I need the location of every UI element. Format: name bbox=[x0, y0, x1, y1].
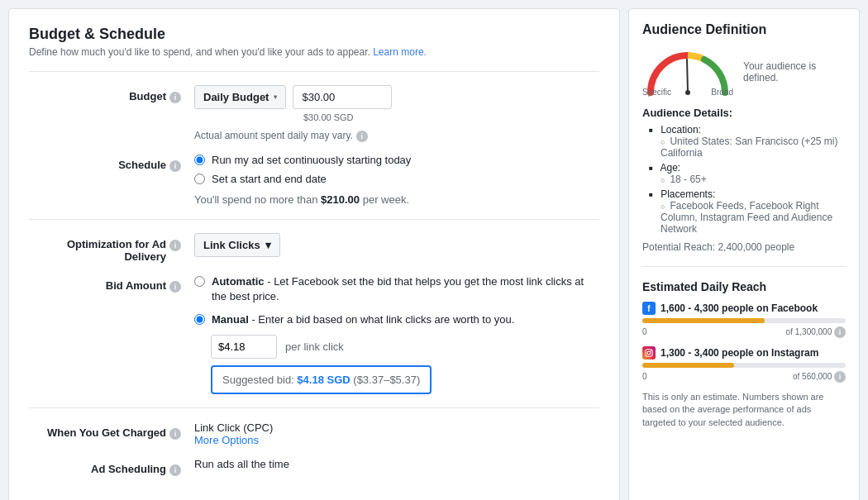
estimate-note: This is only an estimate. Numbers shown … bbox=[642, 391, 846, 429]
instagram-range-row: 0 of 560,000 i bbox=[642, 369, 846, 383]
page-title: Budget & Schedule bbox=[29, 26, 599, 43]
weekly-note: You'll spend no more than $210.00 per we… bbox=[194, 193, 599, 206]
optimization-label: Optimization for Ad Delivery i bbox=[29, 233, 194, 263]
suggested-bid-amount: $4.18 SGD bbox=[297, 374, 350, 386]
when-charged-row: When You Get Charged i Link Click (CPC) … bbox=[29, 421, 599, 446]
facebook-reach-label: f 1,600 - 4,300 people on Facebook bbox=[642, 302, 846, 315]
optimization-row: Optimization for Ad Delivery i Link Clic… bbox=[29, 233, 599, 263]
bid-radio-manual[interactable] bbox=[194, 314, 205, 325]
instagram-reach-label: 1,300 - 3,400 people on Instagram bbox=[642, 346, 846, 360]
schedule-content: Run my ad set continuously starting toda… bbox=[194, 154, 599, 206]
sgd-note: $30.00 SGD bbox=[303, 112, 599, 122]
dropdown-arrow-icon: ▾ bbox=[274, 93, 277, 101]
divider-3 bbox=[29, 407, 599, 408]
age-detail: 18 - 65+ bbox=[661, 174, 846, 185]
optimization-info-icon: i bbox=[169, 240, 181, 251]
when-charged-info-icon: i bbox=[169, 428, 181, 440]
gauge-section: Specific Broad Your audience is defined. bbox=[642, 47, 846, 97]
bid-value-input[interactable] bbox=[211, 335, 277, 359]
ad-scheduling-row: Ad Scheduling i Run ads all the time bbox=[29, 458, 599, 476]
budget-input[interactable] bbox=[293, 85, 392, 109]
budget-info-icon: i bbox=[169, 92, 181, 103]
svg-point-4 bbox=[651, 350, 651, 351]
bid-amount-row: Bid Amount i Automatic - Let Facebook se… bbox=[29, 274, 599, 394]
facebook-reach-item: f 1,600 - 4,300 people on Facebook 0 of … bbox=[642, 302, 846, 338]
gauge-specific-label: Specific bbox=[642, 88, 671, 97]
bid-info-icon: i bbox=[169, 281, 181, 293]
schedule-radio-dates[interactable] bbox=[194, 174, 205, 184]
svg-rect-2 bbox=[646, 350, 652, 356]
audience-details: Location: United States: San Francisco (… bbox=[642, 124, 846, 235]
learn-more-link[interactable]: Learn more. bbox=[373, 46, 427, 58]
schedule-label: Schedule i bbox=[29, 154, 194, 172]
charge-value: Link Click (CPC) bbox=[194, 421, 599, 434]
age-item: Age: 18 - 65+ bbox=[649, 162, 846, 185]
may-vary-info-icon: i bbox=[356, 131, 368, 142]
schedule-row: Schedule i Run my ad set continuously st… bbox=[29, 154, 599, 206]
potential-reach: Potential Reach: 2,400,000 people bbox=[642, 241, 846, 253]
instagram-bar-container bbox=[642, 363, 846, 368]
schedule-radio-continuous[interactable] bbox=[194, 155, 205, 165]
facebook-bar bbox=[642, 318, 765, 323]
location-item: Location: United States: San Francisco (… bbox=[649, 124, 846, 159]
schedule-radio-group: Run my ad set continuously starting toda… bbox=[194, 154, 599, 185]
instagram-of: of 560,000 i bbox=[793, 369, 846, 383]
svg-point-1 bbox=[685, 90, 690, 95]
daily-budget-dropdown[interactable]: Daily Budget ▾ bbox=[194, 85, 286, 109]
more-options-link[interactable]: More Options bbox=[194, 434, 259, 446]
ad-scheduling-info-icon: i bbox=[169, 464, 181, 476]
divider-1 bbox=[29, 71, 599, 72]
page-subtitle: Define how much you'd like to spend, and… bbox=[29, 46, 599, 58]
fb-reach-info-icon: i bbox=[834, 326, 846, 338]
placements-item: Placements: Facebook Feeds, Facebook Rig… bbox=[649, 188, 846, 235]
insta-reach-info-icon: i bbox=[834, 371, 846, 383]
placements-detail: Facebook Feeds, Facebook Right Column, I… bbox=[661, 200, 846, 235]
schedule-option-continuous[interactable]: Run my ad set continuously starting toda… bbox=[194, 154, 599, 166]
ad-scheduling-label: Ad Scheduling i bbox=[29, 458, 194, 476]
bid-radio-auto[interactable] bbox=[194, 276, 205, 287]
link-clicks-arrow-icon: ▾ bbox=[265, 239, 271, 251]
suggested-bid-box: Suggested bid: $4.18 SGD ($3.37–$5.37) bbox=[211, 365, 432, 394]
facebook-of: of 1,300,000 i bbox=[786, 325, 846, 338]
bid-manual-input-row: per link click bbox=[211, 335, 599, 359]
facebook-range-row: 0 of 1,300,000 i bbox=[642, 325, 846, 338]
instagram-bar bbox=[642, 363, 734, 368]
svg-point-3 bbox=[647, 351, 651, 355]
schedule-info-icon: i bbox=[169, 160, 181, 172]
facebook-bar-container bbox=[642, 318, 846, 323]
instagram-reach-item: 1,300 - 3,400 people on Instagram 0 of 5… bbox=[642, 346, 846, 383]
audience-defined-text: Your audience is defined. bbox=[743, 60, 846, 83]
gauge: Specific Broad bbox=[642, 47, 733, 97]
bid-amount-label: Bid Amount i bbox=[29, 274, 194, 293]
main-panel: Budget & Schedule Define how much you'd … bbox=[8, 8, 620, 500]
bid-options: Automatic - Let Facebook set the bid tha… bbox=[194, 274, 599, 328]
when-charged-label: When You Get Charged i bbox=[29, 421, 194, 440]
audience-details-title: Audience Details: bbox=[642, 107, 846, 119]
bid-amount-content: Automatic - Let Facebook set the bid tha… bbox=[194, 274, 599, 394]
bid-manual-option: Manual - Enter a bid based on what link … bbox=[194, 312, 599, 327]
ad-scheduling-content: Run ads all the time bbox=[194, 458, 599, 470]
estimated-daily-title: Estimated Daily Reach bbox=[642, 280, 846, 293]
ad-scheduling-value: Run ads all the time bbox=[194, 458, 599, 470]
divider-2 bbox=[29, 219, 599, 220]
budget-label: Budget i bbox=[29, 85, 194, 103]
when-charged-content: Link Click (CPC) More Options bbox=[194, 421, 599, 446]
divider-right bbox=[642, 266, 846, 267]
per-click-label: per link click bbox=[285, 340, 344, 353]
schedule-option-dates[interactable]: Set a start and end date bbox=[194, 173, 599, 185]
audience-definition-title: Audience Definition bbox=[642, 22, 846, 37]
facebook-icon: f bbox=[642, 302, 656, 315]
link-clicks-dropdown[interactable]: Link Clicks ▾ bbox=[194, 233, 280, 257]
bid-auto-option: Automatic - Let Facebook set the bid tha… bbox=[194, 274, 599, 304]
may-vary-note: Actual amount spent daily may vary. i bbox=[194, 129, 599, 142]
location-detail: United States: San Francisco (+25 mi) Ca… bbox=[661, 136, 846, 159]
budget-row: Budget i Daily Budget ▾ $30.00 SGD Actua… bbox=[29, 85, 599, 142]
gauge-broad-label: Broad bbox=[711, 88, 733, 97]
right-panel: Audience Definition Specific Broad Your … bbox=[628, 8, 860, 500]
optimization-content: Link Clicks ▾ bbox=[194, 233, 599, 257]
svg-line-0 bbox=[687, 60, 688, 93]
budget-content: Daily Budget ▾ $30.00 SGD Actual amount … bbox=[194, 85, 599, 142]
instagram-icon bbox=[642, 346, 656, 360]
